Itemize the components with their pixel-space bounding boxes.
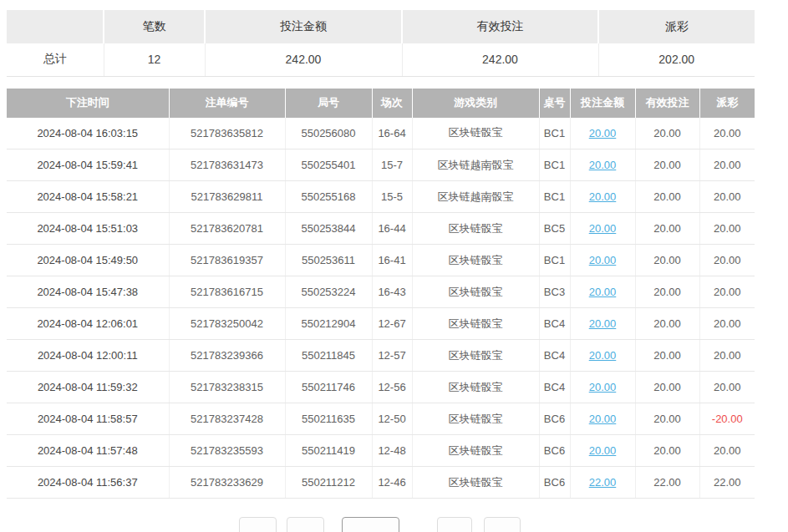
cell-table-no: BC1 bbox=[539, 245, 570, 276]
cell-table-no: BC3 bbox=[539, 276, 570, 308]
cell-session: 12-50 bbox=[372, 403, 412, 435]
cell-table-no: BC4 bbox=[539, 372, 570, 403]
cell-payout: 20.00 bbox=[699, 308, 755, 340]
records-header-row: 下注时间 注单编号 局号 场次 游戏类别 桌号 投注金额 有效投注 派彩 bbox=[7, 89, 755, 118]
summary-total-payout: 202.00 bbox=[598, 43, 755, 76]
cell-game-type: 区块链骰宝 bbox=[412, 372, 539, 403]
pager-first-button[interactable] bbox=[239, 517, 277, 532]
cell-game-type: 区块链骰宝 bbox=[412, 340, 539, 372]
cell-bet-amount: 20.00 bbox=[570, 308, 635, 340]
cell-time: 2024-08-04 11:56:37 bbox=[7, 467, 169, 499]
cell-time: 2024-08-04 11:59:32 bbox=[7, 372, 169, 403]
cell-order-no: 521783631473 bbox=[169, 149, 285, 181]
bet-amount-link[interactable]: 22.00 bbox=[589, 476, 617, 489]
bet-amount-link[interactable]: 20.00 bbox=[589, 190, 617, 203]
bet-amount-link[interactable]: 20.00 bbox=[589, 444, 617, 457]
cell-payout: 20.00 bbox=[699, 435, 755, 467]
cell-session: 15-5 bbox=[372, 181, 412, 213]
table-row: 2024-08-04 15:49:50521783619357550253611… bbox=[7, 245, 755, 276]
bet-amount-link[interactable]: 20.00 bbox=[589, 317, 617, 330]
cell-order-no: 521783233629 bbox=[169, 467, 285, 499]
cell-game-type: 区块链骰宝 bbox=[412, 276, 539, 308]
pager-last-button[interactable] bbox=[484, 517, 521, 532]
cell-time: 2024-08-04 15:58:21 bbox=[7, 181, 169, 213]
summary-total-bet-amount: 242.00 bbox=[205, 43, 402, 76]
cell-round-no: 550255168 bbox=[285, 181, 372, 213]
cell-game-type: 区块链骰宝 bbox=[412, 403, 539, 435]
summary-header-payout: 派彩 bbox=[598, 10, 755, 43]
cell-bet-amount: 20.00 bbox=[570, 213, 635, 245]
cell-session: 12-46 bbox=[372, 467, 412, 499]
bet-amount-link[interactable]: 20.00 bbox=[589, 381, 617, 393]
cell-time: 2024-08-04 12:00:11 bbox=[7, 340, 169, 372]
cell-round-no: 550212904 bbox=[285, 308, 372, 340]
cell-time: 2024-08-04 15:59:41 bbox=[7, 149, 169, 181]
bet-amount-link[interactable]: 20.00 bbox=[589, 413, 617, 425]
cell-valid-bet: 20.00 bbox=[635, 276, 699, 308]
bet-amount-link[interactable]: 20.00 bbox=[589, 254, 617, 266]
pagination bbox=[239, 517, 788, 532]
cell-payout: -20.00 bbox=[699, 403, 755, 435]
cell-valid-bet: 20.00 bbox=[635, 435, 699, 467]
cell-payout: 20.00 bbox=[699, 340, 755, 372]
bet-amount-link[interactable]: 20.00 bbox=[589, 222, 617, 235]
cell-table-no: BC6 bbox=[539, 435, 570, 467]
pager-current-page-button[interactable] bbox=[342, 517, 399, 532]
cell-valid-bet: 20.00 bbox=[635, 245, 699, 276]
cell-table-no: BC1 bbox=[539, 118, 570, 149]
table-row: 2024-08-04 12:00:11521783239366550211845… bbox=[7, 340, 755, 372]
bet-amount-link[interactable]: 20.00 bbox=[589, 349, 617, 362]
cell-game-type: 区块链骰宝 bbox=[412, 213, 539, 245]
cell-round-no: 550211212 bbox=[285, 467, 372, 499]
pager-next-button[interactable] bbox=[437, 517, 472, 532]
cell-order-no: 521783238315 bbox=[169, 372, 285, 403]
cell-bet-amount: 20.00 bbox=[570, 435, 635, 467]
cell-order-no: 521783620781 bbox=[169, 213, 285, 245]
cell-round-no: 550211635 bbox=[285, 403, 372, 435]
cell-valid-bet: 20.00 bbox=[635, 308, 699, 340]
cell-time: 2024-08-04 15:49:50 bbox=[7, 245, 169, 276]
cell-bet-amount: 20.00 bbox=[570, 340, 635, 372]
cell-time: 2024-08-04 15:47:38 bbox=[7, 276, 169, 308]
cell-payout: 20.00 bbox=[699, 276, 755, 308]
cell-table-no: BC6 bbox=[539, 467, 570, 499]
bet-amount-link[interactable]: 20.00 bbox=[589, 127, 617, 139]
cell-order-no: 521783239366 bbox=[169, 340, 285, 372]
cell-round-no: 550256080 bbox=[285, 118, 372, 149]
cell-game-type: 区块链骰宝 bbox=[412, 308, 539, 340]
cell-table-no: BC1 bbox=[539, 149, 570, 181]
table-row: 2024-08-04 11:58:57521783237428550211635… bbox=[7, 403, 755, 435]
cell-session: 16-41 bbox=[372, 245, 412, 276]
cell-payout: 20.00 bbox=[699, 372, 755, 403]
records-header-session: 场次 bbox=[372, 89, 412, 118]
cell-round-no: 550255401 bbox=[285, 149, 372, 181]
pager-prev-button[interactable] bbox=[287, 517, 324, 532]
cell-round-no: 550253844 bbox=[285, 213, 372, 245]
cell-round-no: 550253611 bbox=[285, 245, 372, 276]
summary-total-row: 总计 12 242.00 242.00 202.00 bbox=[7, 43, 755, 76]
cell-table-no: BC5 bbox=[539, 213, 570, 245]
cell-valid-bet: 20.00 bbox=[635, 372, 699, 403]
cell-game-type: 区块链骰宝 bbox=[412, 435, 539, 467]
cell-table-no: BC1 bbox=[539, 181, 570, 213]
page: 笔数 投注金额 有效投注 派彩 总计 12 242.00 242.00 202.… bbox=[0, 0, 788, 532]
table-row: 2024-08-04 11:56:37521783233629550211212… bbox=[7, 467, 755, 499]
summary-total-label: 总计 bbox=[7, 43, 104, 76]
table-row: 2024-08-04 15:51:03521783620781550253844… bbox=[7, 213, 755, 245]
cell-order-no: 521783616715 bbox=[169, 276, 285, 308]
records-header-payout: 派彩 bbox=[699, 89, 755, 118]
bet-amount-link[interactable]: 20.00 bbox=[589, 159, 617, 171]
bet-amount-link[interactable]: 20.00 bbox=[589, 286, 617, 298]
cell-valid-bet: 22.00 bbox=[635, 467, 699, 499]
cell-session: 16-64 bbox=[372, 118, 412, 149]
cell-game-type: 区块链越南骰宝 bbox=[412, 181, 539, 213]
cell-time: 2024-08-04 12:06:01 bbox=[7, 308, 169, 340]
cell-game-type: 区块链越南骰宝 bbox=[412, 149, 539, 181]
cell-order-no: 521783237428 bbox=[169, 403, 285, 435]
cell-valid-bet: 20.00 bbox=[635, 403, 699, 435]
cell-round-no: 550253224 bbox=[285, 276, 372, 308]
table-row: 2024-08-04 12:06:01521783250042550212904… bbox=[7, 308, 755, 340]
summary-header-row: 笔数 投注金额 有效投注 派彩 bbox=[7, 10, 755, 43]
records-header-bet-amount: 投注金额 bbox=[570, 89, 635, 118]
cell-payout: 20.00 bbox=[699, 149, 755, 181]
